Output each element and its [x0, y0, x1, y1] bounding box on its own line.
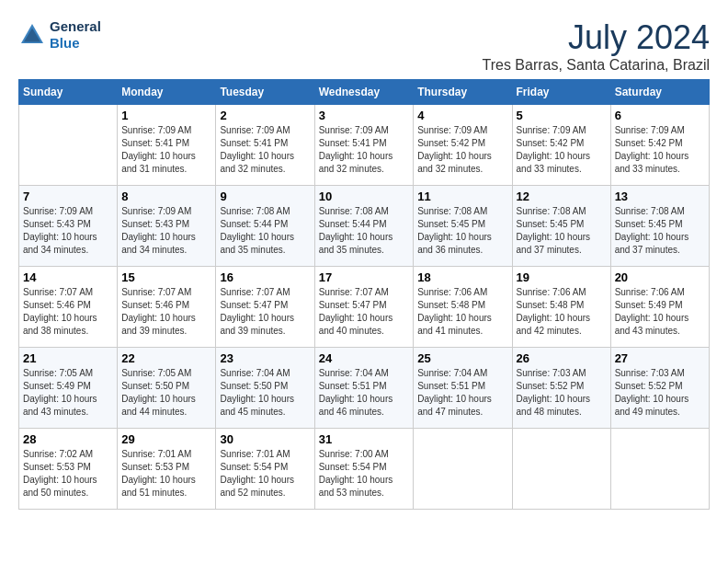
calendar-cell: 25Sunrise: 7:04 AM Sunset: 5:51 PM Dayli…	[414, 348, 512, 429]
calendar-cell: 2Sunrise: 7:09 AM Sunset: 5:41 PM Daylig…	[216, 105, 314, 186]
day-info: Sunrise: 7:07 AM Sunset: 5:47 PM Dayligh…	[319, 286, 410, 338]
col-friday: Friday	[512, 80, 610, 105]
calendar-cell	[19, 105, 118, 186]
day-info: Sunrise: 7:08 AM Sunset: 5:45 PM Dayligh…	[517, 205, 607, 257]
calendar-cell: 22Sunrise: 7:05 AM Sunset: 5:50 PM Dayli…	[118, 348, 216, 429]
calendar-cell: 13Sunrise: 7:08 AM Sunset: 5:45 PM Dayli…	[610, 186, 709, 267]
day-info: Sunrise: 7:07 AM Sunset: 5:47 PM Dayligh…	[220, 286, 310, 338]
day-number: 23	[220, 351, 310, 365]
day-info: Sunrise: 7:09 AM Sunset: 5:42 PM Dayligh…	[517, 124, 607, 176]
calendar-cell: 30Sunrise: 7:01 AM Sunset: 5:54 PM Dayli…	[216, 429, 314, 510]
day-number: 19	[517, 270, 607, 284]
day-number: 13	[615, 190, 705, 203]
calendar-cell: 23Sunrise: 7:04 AM Sunset: 5:50 PM Dayli…	[216, 348, 314, 429]
day-number: 10	[319, 190, 410, 203]
calendar-cell: 5Sunrise: 7:09 AM Sunset: 5:42 PM Daylig…	[512, 105, 610, 186]
calendar-cell: 9Sunrise: 7:08 AM Sunset: 5:44 PM Daylig…	[216, 186, 314, 267]
day-number: 22	[121, 351, 211, 365]
day-info: Sunrise: 7:09 AM Sunset: 5:42 PM Dayligh…	[417, 124, 507, 176]
col-wednesday: Wednesday	[314, 80, 414, 105]
day-info: Sunrise: 7:08 AM Sunset: 5:45 PM Dayligh…	[417, 205, 507, 257]
calendar-week-2: 7Sunrise: 7:09 AM Sunset: 5:43 PM Daylig…	[19, 186, 710, 267]
calendar-cell: 12Sunrise: 7:08 AM Sunset: 5:45 PM Dayli…	[512, 186, 610, 267]
calendar-cell: 26Sunrise: 7:03 AM Sunset: 5:52 PM Dayli…	[512, 348, 610, 429]
day-info: Sunrise: 7:09 AM Sunset: 5:43 PM Dayligh…	[23, 205, 113, 257]
calendar-cell: 29Sunrise: 7:01 AM Sunset: 5:53 PM Dayli…	[118, 429, 216, 510]
day-number: 21	[23, 351, 113, 365]
calendar-cell	[414, 429, 512, 510]
page-header: General Blue July 2024 Tres Barras, Sant…	[18, 18, 710, 74]
calendar-table: Sunday Monday Tuesday Wednesday Thursday…	[18, 79, 710, 510]
calendar-cell: 31Sunrise: 7:00 AM Sunset: 5:54 PM Dayli…	[314, 429, 414, 510]
day-info: Sunrise: 7:04 AM Sunset: 5:51 PM Dayligh…	[319, 367, 410, 419]
day-number: 18	[417, 270, 507, 284]
day-number: 7	[23, 190, 113, 203]
calendar-cell: 4Sunrise: 7:09 AM Sunset: 5:42 PM Daylig…	[414, 105, 512, 186]
calendar-cell: 11Sunrise: 7:08 AM Sunset: 5:45 PM Dayli…	[414, 186, 512, 267]
day-number: 30	[220, 432, 310, 446]
calendar-cell: 28Sunrise: 7:02 AM Sunset: 5:53 PM Dayli…	[19, 429, 118, 510]
calendar-cell: 1Sunrise: 7:09 AM Sunset: 5:41 PM Daylig…	[118, 105, 216, 186]
calendar-cell: 15Sunrise: 7:07 AM Sunset: 5:46 PM Dayli…	[118, 267, 216, 348]
logo-line1: General	[50, 18, 101, 35]
col-sunday: Sunday	[19, 80, 118, 105]
day-info: Sunrise: 7:04 AM Sunset: 5:51 PM Dayligh…	[417, 367, 507, 419]
calendar-cell: 19Sunrise: 7:06 AM Sunset: 5:48 PM Dayli…	[512, 267, 610, 348]
day-info: Sunrise: 7:06 AM Sunset: 5:48 PM Dayligh…	[417, 286, 507, 338]
day-number: 27	[615, 351, 705, 365]
day-number: 28	[23, 432, 113, 446]
day-number: 3	[319, 109, 410, 122]
title-block: July 2024 Tres Barras, Santa Catarina, B…	[483, 18, 711, 74]
day-number: 16	[220, 270, 310, 284]
day-number: 6	[615, 109, 705, 122]
calendar-cell: 18Sunrise: 7:06 AM Sunset: 5:48 PM Dayli…	[414, 267, 512, 348]
day-number: 5	[517, 109, 607, 122]
calendar-cell	[512, 429, 610, 510]
day-number: 29	[121, 432, 211, 446]
day-info: Sunrise: 7:01 AM Sunset: 5:54 PM Dayligh…	[220, 448, 310, 500]
day-info: Sunrise: 7:04 AM Sunset: 5:50 PM Dayligh…	[220, 367, 310, 419]
day-info: Sunrise: 7:09 AM Sunset: 5:43 PM Dayligh…	[121, 205, 211, 257]
day-number: 24	[319, 351, 410, 365]
day-info: Sunrise: 7:09 AM Sunset: 5:41 PM Dayligh…	[319, 124, 410, 176]
day-info: Sunrise: 7:08 AM Sunset: 5:44 PM Dayligh…	[319, 205, 410, 257]
day-info: Sunrise: 7:07 AM Sunset: 5:46 PM Dayligh…	[23, 286, 113, 338]
calendar-week-1: 1Sunrise: 7:09 AM Sunset: 5:41 PM Daylig…	[19, 105, 710, 186]
calendar-cell: 16Sunrise: 7:07 AM Sunset: 5:47 PM Dayli…	[216, 267, 314, 348]
day-number: 20	[615, 270, 705, 284]
calendar-cell: 8Sunrise: 7:09 AM Sunset: 5:43 PM Daylig…	[118, 186, 216, 267]
day-number: 14	[23, 270, 113, 284]
location-title: Tres Barras, Santa Catarina, Brazil	[483, 57, 711, 74]
day-number: 2	[220, 109, 310, 122]
day-number: 26	[517, 351, 607, 365]
day-number: 17	[319, 270, 410, 284]
day-info: Sunrise: 7:09 AM Sunset: 5:42 PM Dayligh…	[615, 124, 705, 176]
col-thursday: Thursday	[414, 80, 512, 105]
col-monday: Monday	[118, 80, 216, 105]
day-number: 4	[417, 109, 507, 122]
day-number: 12	[517, 190, 607, 203]
logo-icon	[18, 21, 46, 49]
calendar-week-4: 21Sunrise: 7:05 AM Sunset: 5:49 PM Dayli…	[19, 348, 710, 429]
month-title: July 2024	[483, 18, 711, 57]
day-info: Sunrise: 7:05 AM Sunset: 5:50 PM Dayligh…	[121, 367, 211, 419]
day-info: Sunrise: 7:03 AM Sunset: 5:52 PM Dayligh…	[517, 367, 607, 419]
day-number: 11	[417, 190, 507, 203]
day-info: Sunrise: 7:09 AM Sunset: 5:41 PM Dayligh…	[220, 124, 310, 176]
day-info: Sunrise: 7:08 AM Sunset: 5:44 PM Dayligh…	[220, 205, 310, 257]
day-info: Sunrise: 7:06 AM Sunset: 5:48 PM Dayligh…	[517, 286, 607, 338]
logo: General Blue	[18, 18, 101, 52]
calendar-week-3: 14Sunrise: 7:07 AM Sunset: 5:46 PM Dayli…	[19, 267, 710, 348]
calendar-cell: 10Sunrise: 7:08 AM Sunset: 5:44 PM Dayli…	[314, 186, 414, 267]
col-saturday: Saturday	[610, 80, 709, 105]
calendar-cell: 20Sunrise: 7:06 AM Sunset: 5:49 PM Dayli…	[610, 267, 709, 348]
day-number: 9	[220, 190, 310, 203]
header-row: Sunday Monday Tuesday Wednesday Thursday…	[19, 80, 710, 105]
calendar-cell: 21Sunrise: 7:05 AM Sunset: 5:49 PM Dayli…	[19, 348, 118, 429]
day-info: Sunrise: 7:00 AM Sunset: 5:54 PM Dayligh…	[319, 448, 410, 500]
day-info: Sunrise: 7:02 AM Sunset: 5:53 PM Dayligh…	[23, 448, 113, 500]
day-number: 8	[121, 190, 211, 203]
day-info: Sunrise: 7:01 AM Sunset: 5:53 PM Dayligh…	[121, 448, 211, 500]
calendar-cell: 27Sunrise: 7:03 AM Sunset: 5:52 PM Dayli…	[610, 348, 709, 429]
calendar-cell: 6Sunrise: 7:09 AM Sunset: 5:42 PM Daylig…	[610, 105, 709, 186]
